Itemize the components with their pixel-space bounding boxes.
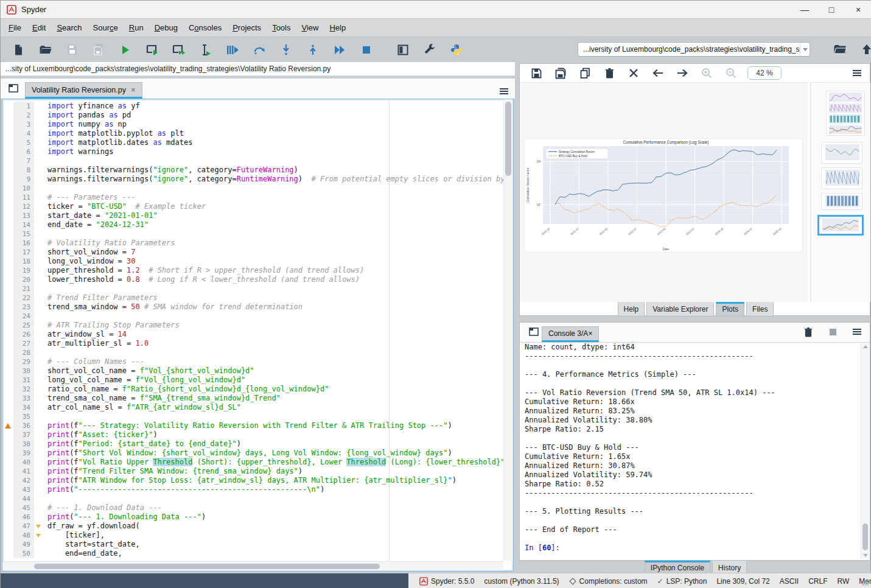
up-directory-icon[interactable] [858, 40, 871, 58]
code-line[interactable]: 37print(f"Asset: {ticker}") [2, 430, 513, 439]
code-line[interactable]: 27atr_multiplier_sl = 1.0 [2, 339, 513, 348]
menu-search[interactable]: Search [51, 21, 87, 35]
remove-all-plots-icon[interactable] [626, 65, 642, 81]
code-line[interactable]: 33trend_sma_col_name = f"SMA_{trend_sma_… [2, 394, 513, 403]
close-button[interactable]: × [845, 1, 871, 18]
new-file-button[interactable] [9, 41, 27, 59]
code-line[interactable]: 30short_vol_col_name = f"Vol_{short_vol_… [2, 366, 513, 376]
code-line[interactable]: 16# Volatility Ratio Parameters [2, 239, 513, 248]
code-line[interactable]: 10 [2, 184, 513, 193]
previous-plot-icon[interactable] [650, 65, 666, 81]
code-line[interactable]: 17short_vol_window = 7 [2, 248, 513, 257]
stop-button[interactable] [357, 41, 376, 59]
code-line[interactable]: 1import yfinance as yf [2, 102, 513, 111]
fold-marker-icon[interactable] [34, 522, 43, 531]
code-line[interactable]: 18long_vol_window = 30 [2, 257, 513, 266]
code-line[interactable]: 2import pandas as pd [2, 111, 513, 120]
code-line[interactable]: 34atr_col_name_sl = f"ATR_{atr_window_sl… [2, 403, 513, 412]
code-line[interactable]: 40print(f"Vol Ratio Upper Threshold (Sho… [2, 458, 513, 467]
menu-run[interactable]: Run [124, 21, 149, 35]
menu-debug[interactable]: Debug [149, 21, 183, 35]
continue-button[interactable] [331, 41, 349, 59]
tab-plots[interactable]: Plots [716, 302, 744, 317]
code-line[interactable]: 46print("--- 1. Downloading Data ---") [2, 513, 513, 522]
working-directory-combobox[interactable]: ...iversity of Luxembourg\code_packs\str… [578, 42, 810, 57]
plots-options-menu-icon[interactable] [849, 65, 865, 81]
scroll-up-icon[interactable] [863, 345, 868, 348]
run-cell-advance-button[interactable] [170, 41, 188, 59]
code-line[interactable]: 29# --- Column Names --- [2, 357, 513, 366]
code-line[interactable]: 42print(f"ATR Window for Stop Loss: {atr… [2, 476, 513, 485]
plot-thumbnail-multi-panel[interactable] [827, 91, 864, 135]
minimize-button[interactable]: — [791, 1, 818, 18]
editor-hscrollbar-thumb[interactable] [34, 564, 380, 569]
console-prompt[interactable]: In [60]: [520, 544, 870, 553]
code-line[interactable]: 45# --- 1. Download Data --- [2, 503, 513, 513]
console-output[interactable]: Name: count, dtype: int64---------------… [520, 342, 870, 560]
code-line[interactable]: 22# Trend Filter Parameters [2, 293, 513, 303]
code-line[interactable]: 32ratio_col_name = f"Ratio_{short_vol_wi… [2, 385, 513, 394]
plot-viewer[interactable]: 2021-012021-072022-012022-072023-012023-… [520, 82, 808, 302]
console-tab[interactable]: Console 3/A × [542, 326, 599, 342]
zoom-out-icon[interactable] [723, 65, 739, 81]
maximize-pane-button[interactable] [394, 41, 412, 59]
console-options-menu-icon[interactable] [849, 324, 865, 340]
editor-horizontal-scrollbar[interactable] [2, 561, 503, 570]
menu-edit[interactable]: Edit [27, 21, 51, 35]
run-cell-button[interactable] [143, 41, 161, 59]
tab-help[interactable]: Help [618, 302, 645, 317]
open-file-button[interactable] [36, 41, 54, 59]
menu-projects[interactable]: Projects [227, 21, 267, 35]
tab-files[interactable]: Files [746, 302, 774, 317]
copy-plot-icon[interactable] [577, 65, 593, 81]
plot-thumbnail-cumulative-comparison[interactable] [819, 217, 862, 234]
interrupt-kernel-icon[interactable] [825, 324, 841, 340]
remove-plot-trash-icon[interactable] [601, 65, 617, 81]
code-line[interactable]: 21 [2, 284, 513, 293]
code-line[interactable]: 43print("-------------------------------… [2, 485, 513, 494]
resize-grip[interactable] [862, 579, 869, 586]
code-line[interactable]: 26atr_window_sl = 14 [2, 330, 513, 339]
console-scrollbar-thumb[interactable] [862, 523, 868, 550]
menu-source[interactable]: Source [88, 21, 124, 35]
code-line[interactable]: 13start_date = "2021-01-01" [2, 211, 513, 220]
code-line[interactable]: 3import numpy as np [2, 120, 513, 129]
save-all-button[interactable] [89, 41, 108, 59]
scroll-down-icon[interactable] [863, 554, 868, 557]
editor-vscrollbar-thumb[interactable] [505, 102, 511, 176]
tab-close-icon[interactable]: × [131, 85, 136, 94]
console-browse-tabs-icon[interactable] [525, 324, 543, 340]
debug-file-button[interactable] [223, 41, 242, 59]
menu-consoles[interactable]: Consoles [183, 21, 227, 35]
code-line[interactable]: 24 [2, 312, 513, 321]
run-file-button[interactable] [116, 41, 135, 59]
code-line[interactable]: 48 [ticker], [2, 531, 513, 540]
code-line[interactable]: 6import warnings [2, 147, 513, 156]
code-line[interactable]: 23trend_sma_window = 50 # SMA window for… [2, 303, 513, 312]
code-line[interactable]: 19upper_threshold = 1.2 # Short if R > u… [2, 266, 513, 275]
save-button[interactable] [63, 41, 81, 59]
zoom-level-box[interactable]: 42 % [747, 66, 782, 80]
code-line[interactable]: 47df_raw = yf.download( [2, 522, 513, 531]
code-line[interactable]: 12ticker = "BTC-USD" # Example ticker [2, 202, 513, 211]
save-all-plots-icon[interactable] [553, 65, 568, 81]
code-line[interactable]: 31long_vol_col_name = f"Vol_{long_vol_wi… [2, 376, 513, 385]
code-line[interactable]: 38print(f"Period: {start_date} to {end_d… [2, 439, 513, 449]
editor-tab[interactable]: Volatility Ratio Reversion.py × [25, 82, 142, 99]
maximize-button[interactable]: □ [818, 1, 845, 18]
code-line[interactable]: 36print(f"--- Strategy: Volatility Ratio… [2, 421, 513, 430]
code-line[interactable]: 49 start=start_date, [2, 540, 513, 549]
code-line[interactable]: 35 [2, 412, 513, 421]
next-plot-icon[interactable] [674, 65, 690, 81]
code-line[interactable]: 7 [2, 156, 513, 166]
step-into-button[interactable] [277, 41, 295, 59]
code-line[interactable]: 50 end=end_date, [2, 549, 513, 558]
code-line[interactable]: 44 [2, 494, 513, 503]
zoom-in-icon[interactable] [699, 65, 715, 81]
menu-file[interactable]: File [3, 21, 27, 35]
editor-options-menu-icon[interactable] [499, 88, 509, 95]
run-selection-button[interactable] [197, 41, 215, 59]
code-line[interactable]: 8warnings.filterwarnings("ignore", categ… [2, 166, 513, 175]
preferences-wrench-icon[interactable] [421, 41, 439, 59]
save-plot-icon[interactable] [528, 65, 544, 81]
